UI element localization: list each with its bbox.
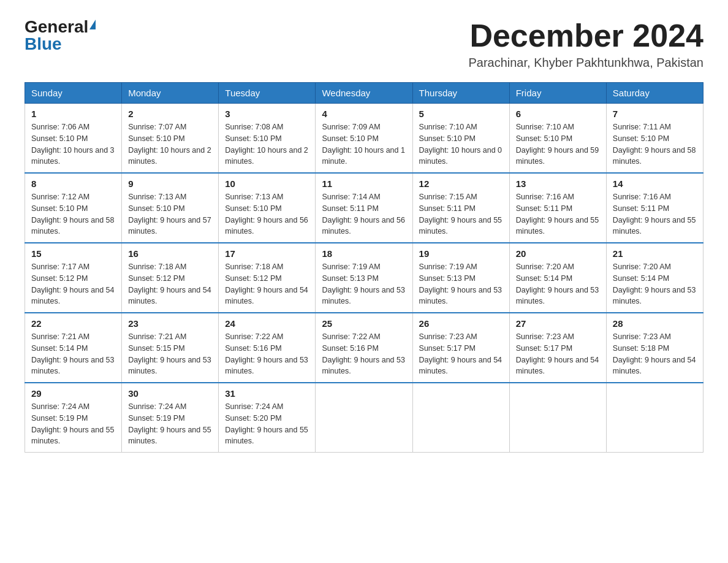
calendar-cell: 10Sunrise: 7:13 AMSunset: 5:10 PMDayligh… [219, 173, 316, 243]
calendar-cell: 6Sunrise: 7:10 AMSunset: 5:10 PMDaylight… [509, 104, 606, 174]
day-info: Sunrise: 7:18 AMSunset: 5:12 PMDaylight:… [225, 261, 309, 307]
col-header-tuesday: Tuesday [219, 83, 316, 104]
logo-general-text: General [25, 18, 88, 36]
day-number: 19 [419, 248, 503, 259]
week-row-3: 15Sunrise: 7:17 AMSunset: 5:12 PMDayligh… [25, 243, 703, 313]
calendar-cell: 5Sunrise: 7:10 AMSunset: 5:10 PMDaylight… [412, 104, 509, 174]
calendar-cell: 12Sunrise: 7:15 AMSunset: 5:11 PMDayligh… [412, 173, 509, 243]
day-number: 15 [31, 248, 115, 259]
day-number: 5 [419, 109, 503, 119]
calendar-cell: 19Sunrise: 7:19 AMSunset: 5:13 PMDayligh… [412, 243, 509, 313]
day-number: 18 [322, 248, 406, 259]
day-info: Sunrise: 7:22 AMSunset: 5:16 PMDaylight:… [322, 331, 406, 377]
week-row-1: 1Sunrise: 7:06 AMSunset: 5:10 PMDaylight… [25, 104, 703, 174]
col-header-sunday: Sunday [25, 83, 122, 104]
week-row-2: 8Sunrise: 7:12 AMSunset: 5:10 PMDaylight… [25, 173, 703, 243]
day-number: 12 [419, 178, 503, 189]
day-number: 7 [613, 109, 697, 119]
page-header: General Blue December 2024 Parachinar, K… [25, 18, 703, 70]
calendar-cell: 11Sunrise: 7:14 AMSunset: 5:11 PMDayligh… [316, 173, 412, 243]
day-number: 25 [322, 318, 406, 329]
day-number: 1 [31, 109, 115, 119]
day-info: Sunrise: 7:24 AMSunset: 5:19 PMDaylight:… [31, 401, 115, 447]
day-number: 13 [516, 178, 600, 189]
day-number: 9 [128, 178, 212, 189]
day-number: 23 [128, 318, 212, 329]
day-number: 27 [516, 318, 600, 329]
day-number: 30 [128, 388, 212, 399]
calendar-table: SundayMondayTuesdayWednesdayThursdayFrid… [25, 82, 703, 453]
day-number: 11 [322, 178, 406, 189]
day-number: 17 [225, 248, 309, 259]
day-number: 22 [31, 318, 115, 329]
title-section: December 2024 Parachinar, Khyber Pakhtun… [468, 18, 703, 70]
day-number: 29 [31, 388, 115, 399]
calendar-cell [316, 383, 412, 453]
calendar-cell: 31Sunrise: 7:24 AMSunset: 5:20 PMDayligh… [219, 383, 316, 453]
day-info: Sunrise: 7:07 AMSunset: 5:10 PMDaylight:… [128, 121, 212, 167]
day-info: Sunrise: 7:11 AMSunset: 5:10 PMDaylight:… [613, 121, 697, 167]
week-row-4: 22Sunrise: 7:21 AMSunset: 5:14 PMDayligh… [25, 313, 703, 383]
calendar-cell: 21Sunrise: 7:20 AMSunset: 5:14 PMDayligh… [606, 243, 703, 313]
calendar-cell: 7Sunrise: 7:11 AMSunset: 5:10 PMDaylight… [606, 104, 703, 174]
month-title: December 2024 [468, 18, 703, 53]
col-header-thursday: Thursday [412, 83, 509, 104]
calendar-cell: 13Sunrise: 7:16 AMSunset: 5:11 PMDayligh… [509, 173, 606, 243]
day-info: Sunrise: 7:18 AMSunset: 5:12 PMDaylight:… [128, 261, 212, 307]
calendar-cell [606, 383, 703, 453]
day-info: Sunrise: 7:16 AMSunset: 5:11 PMDaylight:… [516, 191, 600, 237]
day-info: Sunrise: 7:23 AMSunset: 5:17 PMDaylight:… [419, 331, 503, 377]
day-number: 6 [516, 109, 600, 119]
week-row-5: 29Sunrise: 7:24 AMSunset: 5:19 PMDayligh… [25, 383, 703, 453]
calendar-cell: 28Sunrise: 7:23 AMSunset: 5:18 PMDayligh… [606, 313, 703, 383]
calendar-cell: 22Sunrise: 7:21 AMSunset: 5:14 PMDayligh… [25, 313, 122, 383]
calendar-cell: 9Sunrise: 7:13 AMSunset: 5:10 PMDaylight… [122, 173, 219, 243]
day-number: 24 [225, 318, 309, 329]
day-info: Sunrise: 7:16 AMSunset: 5:11 PMDaylight:… [613, 191, 697, 237]
calendar-cell: 2Sunrise: 7:07 AMSunset: 5:10 PMDaylight… [122, 104, 219, 174]
day-info: Sunrise: 7:09 AMSunset: 5:10 PMDaylight:… [322, 121, 406, 167]
day-info: Sunrise: 7:22 AMSunset: 5:16 PMDaylight:… [225, 331, 309, 377]
calendar-cell: 27Sunrise: 7:23 AMSunset: 5:17 PMDayligh… [509, 313, 606, 383]
col-header-monday: Monday [122, 83, 219, 104]
day-info: Sunrise: 7:10 AMSunset: 5:10 PMDaylight:… [516, 121, 600, 167]
day-info: Sunrise: 7:10 AMSunset: 5:10 PMDaylight:… [419, 121, 503, 167]
day-number: 2 [128, 109, 212, 119]
calendar-cell: 30Sunrise: 7:24 AMSunset: 5:19 PMDayligh… [122, 383, 219, 453]
day-info: Sunrise: 7:13 AMSunset: 5:10 PMDaylight:… [225, 191, 309, 237]
calendar-cell: 25Sunrise: 7:22 AMSunset: 5:16 PMDayligh… [316, 313, 412, 383]
calendar-header-row: SundayMondayTuesdayWednesdayThursdayFrid… [25, 83, 703, 104]
day-info: Sunrise: 7:23 AMSunset: 5:17 PMDaylight:… [516, 331, 600, 377]
day-info: Sunrise: 7:20 AMSunset: 5:14 PMDaylight:… [613, 261, 697, 307]
day-info: Sunrise: 7:21 AMSunset: 5:14 PMDaylight:… [31, 331, 115, 377]
location-text: Parachinar, Khyber Pakhtunkhwa, Pakistan [468, 56, 703, 70]
calendar-cell [509, 383, 606, 453]
day-info: Sunrise: 7:20 AMSunset: 5:14 PMDaylight:… [516, 261, 600, 307]
day-number: 16 [128, 248, 212, 259]
calendar-cell: 29Sunrise: 7:24 AMSunset: 5:19 PMDayligh… [25, 383, 122, 453]
day-info: Sunrise: 7:21 AMSunset: 5:15 PMDaylight:… [128, 331, 212, 377]
day-number: 26 [419, 318, 503, 329]
day-info: Sunrise: 7:08 AMSunset: 5:10 PMDaylight:… [225, 121, 309, 167]
day-info: Sunrise: 7:24 AMSunset: 5:20 PMDaylight:… [225, 401, 309, 447]
day-info: Sunrise: 7:14 AMSunset: 5:11 PMDaylight:… [322, 191, 406, 237]
day-number: 3 [225, 109, 309, 119]
day-number: 20 [516, 248, 600, 259]
calendar-cell: 17Sunrise: 7:18 AMSunset: 5:12 PMDayligh… [219, 243, 316, 313]
day-info: Sunrise: 7:06 AMSunset: 5:10 PMDaylight:… [31, 121, 115, 167]
calendar-cell: 3Sunrise: 7:08 AMSunset: 5:10 PMDaylight… [219, 104, 316, 174]
day-info: Sunrise: 7:15 AMSunset: 5:11 PMDaylight:… [419, 191, 503, 237]
day-number: 8 [31, 178, 115, 189]
day-number: 4 [322, 109, 406, 119]
day-info: Sunrise: 7:24 AMSunset: 5:19 PMDaylight:… [128, 401, 212, 447]
calendar-cell: 24Sunrise: 7:22 AMSunset: 5:16 PMDayligh… [219, 313, 316, 383]
day-number: 14 [613, 178, 697, 189]
calendar-cell [412, 383, 509, 453]
day-info: Sunrise: 7:17 AMSunset: 5:12 PMDaylight:… [31, 261, 115, 307]
calendar-cell: 15Sunrise: 7:17 AMSunset: 5:12 PMDayligh… [25, 243, 122, 313]
col-header-wednesday: Wednesday [316, 83, 412, 104]
day-info: Sunrise: 7:19 AMSunset: 5:13 PMDaylight:… [419, 261, 503, 307]
calendar-cell: 23Sunrise: 7:21 AMSunset: 5:15 PMDayligh… [122, 313, 219, 383]
day-info: Sunrise: 7:19 AMSunset: 5:13 PMDaylight:… [322, 261, 406, 307]
logo-triangle-icon [89, 20, 96, 29]
